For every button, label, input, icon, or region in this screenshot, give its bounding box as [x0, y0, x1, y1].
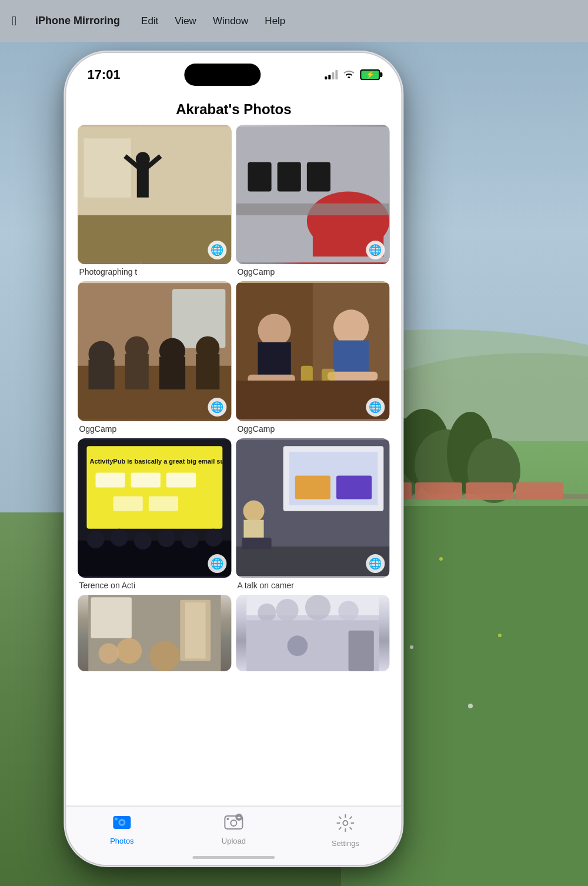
svg-point-101 — [288, 635, 308, 656]
status-time: 17:01 — [87, 67, 120, 82]
photo-item-1[interactable]: 🌐 Photographing t — [75, 125, 233, 277]
svg-rect-48 — [196, 354, 219, 389]
signal-bars — [325, 70, 338, 79]
photo-item-2[interactable]: 🌐 OggCamp — [233, 125, 392, 277]
tab-upload[interactable]: + Upload — [178, 814, 289, 845]
svg-rect-44 — [125, 354, 149, 389]
photo-item-5[interactable]: ActivityPub is basically a great big ema… — [75, 438, 233, 590]
globe-badge-4: 🌐 — [366, 398, 385, 417]
svg-point-95 — [276, 599, 299, 621]
svg-rect-68 — [149, 496, 178, 511]
settings-tab-icon — [336, 814, 355, 837]
photo-thumb-7[interactable] — [78, 595, 231, 671]
app-content: Akrabat's Photos — [66, 92, 401, 805]
signal-bar-4 — [335, 70, 338, 79]
dynamic-island — [185, 64, 261, 86]
home-indicator — [192, 856, 275, 859]
apple-icon[interactable]:  — [12, 14, 16, 29]
svg-rect-46 — [159, 357, 185, 389]
svg-point-108 — [226, 818, 229, 820]
svg-point-92 — [99, 643, 119, 664]
photo-label-6: A talk on camer — [236, 581, 389, 590]
svg-rect-32 — [248, 162, 271, 191]
photo-thumb-3[interactable]: 🌐 — [78, 281, 231, 421]
svg-point-52 — [258, 314, 291, 347]
app-name: iPhone Mirroring — [35, 15, 120, 27]
photo-thumb-8[interactable] — [236, 595, 389, 671]
svg-point-20 — [439, 557, 443, 561]
svg-rect-39 — [172, 289, 225, 348]
svg-point-19 — [410, 645, 413, 649]
photo-thumb-2[interactable]: 🌐 — [236, 125, 389, 264]
svg-rect-64 — [96, 472, 125, 487]
photo-item-3[interactable]: 🌐 OggCamp — [75, 281, 233, 433]
svg-point-91 — [149, 641, 180, 671]
photo-item-8[interactable] — [233, 595, 392, 671]
wifi-icon — [342, 69, 355, 81]
battery-bolt: ⚡ — [366, 71, 375, 79]
svg-point-55 — [333, 310, 369, 345]
svg-rect-81 — [336, 475, 372, 499]
tab-bar: Photos + Upload — [66, 806, 401, 865]
svg-text:+: + — [237, 814, 240, 821]
menu-window[interactable]: Window — [213, 15, 248, 27]
photo-item-6[interactable]: 🌐 A talk on camer — [233, 438, 392, 590]
signal-bar-3 — [332, 72, 334, 79]
menubar:  iPhone Mirroring Edit View Window Help — [0, 0, 588, 42]
svg-rect-26 — [83, 138, 131, 197]
svg-point-104 — [120, 821, 123, 824]
photo-label-4: OggCamp — [236, 424, 389, 434]
svg-rect-80 — [295, 475, 330, 499]
iphone-wrapper: 17:01 ⚡ — [66, 53, 401, 865]
settings-tab-label: Settings — [332, 839, 359, 848]
iphone-frame: 17:01 ⚡ — [66, 53, 401, 865]
globe-badge-6: 🌐 — [366, 554, 385, 573]
photo-item-4[interactable]: 🌐 OggCamp — [233, 281, 392, 433]
svg-rect-85 — [242, 537, 271, 549]
upload-tab-icon: + — [223, 814, 243, 834]
status-bar: 17:01 ⚡ — [66, 53, 401, 92]
app-header: Akrabat's Photos — [66, 92, 401, 125]
svg-rect-89 — [185, 602, 206, 658]
photo-thumb-1[interactable]: 🌐 — [78, 125, 231, 264]
tab-photos[interactable]: Photos — [66, 814, 178, 845]
svg-rect-11 — [415, 482, 462, 500]
menu-help[interactable]: Help — [265, 15, 285, 27]
svg-point-96 — [305, 595, 330, 620]
svg-point-107 — [230, 820, 236, 826]
svg-rect-87 — [91, 597, 132, 638]
app-title: Akrabat's Photos — [80, 101, 387, 118]
svg-point-21 — [468, 704, 473, 708]
status-icons: ⚡ — [325, 69, 380, 81]
signal-bar-2 — [328, 75, 330, 79]
svg-rect-57 — [328, 372, 377, 381]
signal-bar-1 — [325, 76, 327, 79]
svg-point-74 — [181, 530, 199, 548]
menu-edit[interactable]: Edit — [141, 15, 158, 27]
photo-thumb-4[interactable]: 🌐 — [236, 281, 389, 421]
photo-grid: 🌐 Photographing t — [66, 125, 401, 676]
tab-settings[interactable]: Settings — [289, 814, 401, 848]
photo-thumb-6[interactable]: 🌐 — [236, 438, 389, 578]
svg-rect-65 — [131, 472, 161, 487]
photo-label-1: Photographing t — [78, 267, 231, 277]
svg-point-72 — [134, 531, 152, 549]
svg-point-82 — [243, 500, 264, 521]
photo-item-7[interactable] — [75, 595, 233, 671]
svg-rect-34 — [307, 162, 330, 191]
svg-point-22 — [498, 634, 502, 637]
globe-badge-5: 🌐 — [208, 554, 226, 573]
svg-rect-42 — [88, 360, 114, 389]
photo-thumb-5[interactable]: ActivityPub is basically a great big ema… — [78, 438, 231, 578]
svg-rect-33 — [278, 162, 301, 191]
photos-tab-icon — [112, 814, 132, 834]
upload-tab-label: Upload — [222, 837, 246, 845]
svg-rect-12 — [466, 482, 513, 500]
svg-text:ActivityPub is basically a gre: ActivityPub is basically a great big ema… — [89, 458, 228, 465]
menu-view[interactable]: View — [175, 15, 196, 27]
battery-icon: ⚡ — [360, 69, 380, 80]
svg-point-73 — [158, 529, 175, 547]
svg-point-97 — [338, 601, 359, 621]
photo-label-2: OggCamp — [236, 267, 389, 277]
photos-tab-label: Photos — [110, 837, 133, 845]
